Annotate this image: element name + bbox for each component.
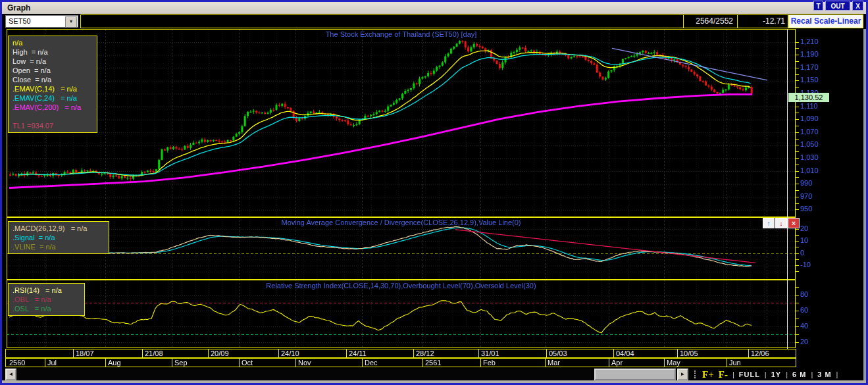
date-label: May (667, 359, 680, 367)
separator: | (811, 371, 813, 378)
axis-tick (796, 177, 799, 178)
date-cell-border (422, 359, 423, 367)
symbol-select[interactable]: SET50 ▼ (5, 15, 78, 28)
macd-panel-title: Moving Average Convergence / Divergence(… (7, 218, 796, 226)
date-cell-border (613, 349, 614, 357)
axis-tick (796, 265, 799, 266)
indicator-close-button[interactable]: × (788, 218, 800, 228)
date-label: 2560 (9, 359, 25, 367)
window-bottom-edge (2, 380, 866, 383)
axis-label: 0 (800, 249, 804, 257)
date-label: Jun (729, 359, 741, 367)
titlebar-out-button[interactable]: OUT (825, 1, 850, 11)
axis-label: 40 (800, 322, 808, 330)
date-label: Apr (611, 359, 623, 367)
range-6m-button[interactable]: 6 M (792, 371, 806, 378)
axis-label: 1,170 (800, 63, 819, 71)
scrollbar-track[interactable] (5, 369, 690, 380)
date-label: Mar (548, 359, 560, 367)
axis-label: 1,070 (800, 128, 819, 136)
price-macd-rsi-chart[interactable] (7, 29, 796, 348)
axis-label: 1,050 (800, 140, 819, 148)
date-cell-border (677, 349, 678, 357)
axis-tick (796, 145, 799, 145)
graph-window: Graph T OUT X SET50 ▼ 2564/2552 -12.71 R… (0, 0, 868, 385)
rsi-legend: .RSI(14) = n/a.OBL = n/a.OSL = n/a (8, 283, 85, 316)
macd-legend-entry: .Signal = n/a (13, 233, 105, 242)
zoom-in-button[interactable]: F+ (702, 369, 714, 380)
date-cell-border (142, 349, 143, 357)
axis-label: 60 (800, 306, 808, 314)
price-legend-entry: .EMAV(C,14) = n/a (13, 84, 93, 93)
indicator-move-down-button[interactable]: ↓ (775, 218, 787, 228)
axis-label: 20 (800, 224, 808, 232)
symbol-value: SET50 (9, 17, 31, 25)
axis-tick (796, 287, 799, 288)
rsi-panel-title: Relative Strength Index(CLOSE,14,30,70),… (7, 282, 796, 290)
zoom-out-button[interactable]: F- (719, 369, 728, 380)
macd-legend: .MACD(26,12,9) = n/a.Signal = n/a.VLINE … (8, 221, 109, 254)
axis-tick (796, 334, 799, 335)
axis-label: 1,030 (800, 153, 819, 161)
separator: | (765, 371, 767, 378)
axis-tick (796, 229, 799, 230)
date-label: Feb (483, 359, 496, 367)
axis-tick (796, 126, 799, 126)
axis-label: 950 (800, 205, 812, 213)
date-cell-border (748, 349, 749, 357)
scroll-right-button[interactable]: ► (677, 369, 688, 380)
axis-tick (796, 311, 799, 311)
indicator-move-up-button[interactable]: ↑ (763, 218, 775, 228)
axis-tick (796, 171, 799, 172)
date-label: 10/05 (680, 349, 698, 357)
range-full-button[interactable]: FULL (739, 371, 760, 378)
axis-tick (796, 87, 799, 88)
separator: | (836, 371, 838, 378)
date-cell-border (727, 359, 727, 367)
chevron-down-icon[interactable]: ▼ (65, 16, 77, 28)
date-cell-border (105, 359, 106, 367)
date-label: Nov (298, 359, 311, 367)
axis-tick (796, 271, 799, 272)
date-cell-border (609, 359, 609, 367)
axis-tick (796, 241, 799, 242)
date-label: 12/06 (751, 349, 769, 357)
axis-label: 20 (800, 338, 808, 346)
scroll-left-button[interactable]: ◄ (5, 369, 16, 380)
axis-tick (796, 253, 799, 254)
price-legend-entry: High = n/a (13, 47, 93, 57)
range-1y-button[interactable]: 1Y (771, 371, 781, 378)
axis-tick (796, 247, 799, 247)
axis-tick (796, 158, 799, 159)
date-cell-border (546, 349, 547, 357)
scrollbar-thumb[interactable] (594, 369, 676, 380)
axis-tick (796, 235, 799, 236)
range-3m-button[interactable]: 3 M (817, 371, 831, 378)
bars-count-display: 2564/2552 (683, 15, 737, 28)
titlebar-t-button[interactable]: T (813, 1, 823, 11)
axis-tick (796, 165, 799, 165)
rsi-legend-entry: .RSI(14) = n/a (13, 286, 80, 295)
toolbar-grip-icon (694, 371, 698, 378)
axis-tick (796, 342, 799, 343)
axis-label: 990 (800, 179, 812, 187)
date-label: 24/11 (349, 349, 367, 357)
date-cell-border (545, 359, 546, 367)
axis-tick (796, 61, 799, 62)
date-cell-border (73, 349, 74, 357)
axis-tick (796, 203, 799, 204)
week-date-axis: 18/0721/0820/0924/1024/1128/1231/0105/03… (5, 349, 796, 358)
price-legend-entry: TL1 =934.07 (13, 121, 93, 130)
date-label: Aug (108, 359, 121, 367)
axis-label: 1,190 (800, 50, 819, 58)
axis-label: 1,210 (800, 38, 819, 45)
date-label: 24/10 (281, 349, 299, 357)
rsi-legend-entry: .OBL = n/a (13, 295, 80, 304)
close-button[interactable]: X (852, 1, 863, 11)
date-cell-border (664, 359, 665, 367)
recal-scale-button[interactable]: Recal Scale-Linear (788, 14, 863, 28)
date-cell-border (413, 349, 414, 357)
axis-tick (796, 139, 799, 140)
rsi-legend-entry: .OSL = n/a (13, 304, 80, 313)
change-display: -12.71 (737, 15, 789, 28)
